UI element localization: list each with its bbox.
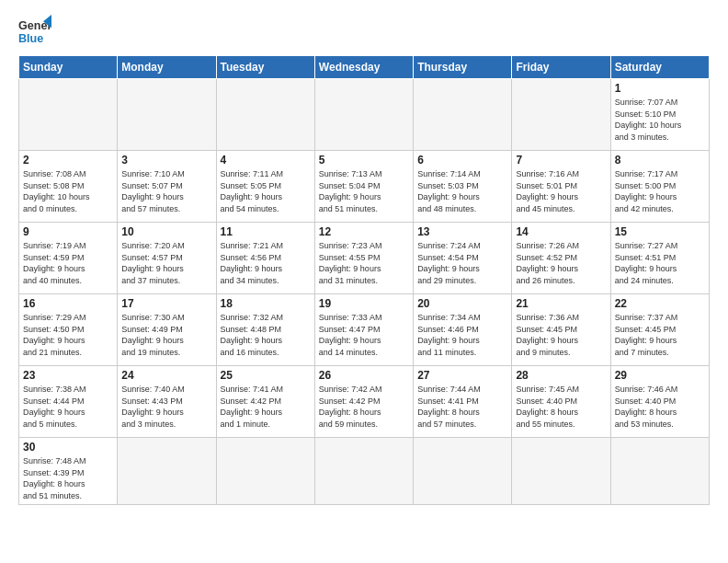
- calendar-week-row: 30Sunrise: 7:48 AM Sunset: 4:39 PM Dayli…: [19, 438, 710, 505]
- calendar-cell: 24Sunrise: 7:40 AM Sunset: 4:43 PM Dayli…: [118, 366, 216, 438]
- day-info: Sunrise: 7:45 AM Sunset: 4:40 PM Dayligh…: [516, 384, 606, 430]
- calendar-cell: 5Sunrise: 7:13 AM Sunset: 5:04 PM Daylig…: [314, 151, 413, 223]
- day-number: 19: [319, 297, 409, 310]
- day-info: Sunrise: 7:42 AM Sunset: 4:42 PM Dayligh…: [319, 384, 409, 430]
- day-number: 26: [319, 369, 409, 382]
- day-number: 9: [23, 225, 113, 238]
- calendar-week-row: 2Sunrise: 7:08 AM Sunset: 5:08 PM Daylig…: [19, 151, 710, 223]
- day-info: Sunrise: 7:23 AM Sunset: 4:55 PM Dayligh…: [319, 240, 409, 286]
- calendar-cell: 26Sunrise: 7:42 AM Sunset: 4:42 PM Dayli…: [314, 366, 413, 438]
- day-info: Sunrise: 7:10 AM Sunset: 5:07 PM Dayligh…: [121, 168, 211, 214]
- weekday-header-monday: Monday: [118, 56, 216, 79]
- calendar-cell: 7Sunrise: 7:16 AM Sunset: 5:01 PM Daylig…: [512, 151, 610, 223]
- day-number: 29: [615, 369, 705, 382]
- calendar-cell: [512, 79, 610, 151]
- day-number: 12: [319, 225, 409, 238]
- day-info: Sunrise: 7:30 AM Sunset: 4:49 PM Dayligh…: [121, 312, 211, 358]
- calendar-cell: [118, 438, 216, 505]
- calendar-cell: 1Sunrise: 7:07 AM Sunset: 5:10 PM Daylig…: [610, 79, 709, 151]
- day-number: 6: [417, 154, 507, 167]
- calendar-cell: [610, 438, 709, 505]
- calendar-week-row: 23Sunrise: 7:38 AM Sunset: 4:44 PM Dayli…: [19, 366, 710, 438]
- calendar-cell: 22Sunrise: 7:37 AM Sunset: 4:45 PM Dayli…: [610, 294, 709, 366]
- day-number: 20: [417, 297, 507, 310]
- calendar-cell: 12Sunrise: 7:23 AM Sunset: 4:55 PM Dayli…: [314, 223, 413, 294]
- day-info: Sunrise: 7:19 AM Sunset: 4:59 PM Dayligh…: [23, 240, 113, 286]
- day-number: 15: [615, 225, 705, 238]
- day-info: Sunrise: 7:26 AM Sunset: 4:52 PM Dayligh…: [516, 240, 606, 286]
- day-info: Sunrise: 7:44 AM Sunset: 4:41 PM Dayligh…: [417, 384, 507, 430]
- calendar-cell: 10Sunrise: 7:20 AM Sunset: 4:57 PM Dayli…: [118, 223, 216, 294]
- calendar-header-row: SundayMondayTuesdayWednesdayThursdayFrid…: [19, 56, 710, 79]
- calendar-cell: 20Sunrise: 7:34 AM Sunset: 4:46 PM Dayli…: [414, 294, 512, 366]
- day-info: Sunrise: 7:08 AM Sunset: 5:08 PM Dayligh…: [23, 168, 113, 214]
- day-number: 30: [23, 441, 113, 454]
- day-number: 2: [23, 154, 113, 167]
- calendar-cell: 9Sunrise: 7:19 AM Sunset: 4:59 PM Daylig…: [19, 223, 118, 294]
- calendar-cell: 11Sunrise: 7:21 AM Sunset: 4:56 PM Dayli…: [216, 223, 314, 294]
- day-number: 11: [221, 225, 311, 238]
- calendar-cell: 23Sunrise: 7:38 AM Sunset: 4:44 PM Dayli…: [19, 366, 118, 438]
- calendar-cell: 17Sunrise: 7:30 AM Sunset: 4:49 PM Dayli…: [118, 294, 216, 366]
- day-info: Sunrise: 7:36 AM Sunset: 4:45 PM Dayligh…: [516, 312, 606, 358]
- calendar-table: SundayMondayTuesdayWednesdayThursdayFrid…: [18, 55, 710, 505]
- calendar-cell: 16Sunrise: 7:29 AM Sunset: 4:50 PM Dayli…: [19, 294, 118, 366]
- day-info: Sunrise: 7:07 AM Sunset: 5:10 PM Dayligh…: [615, 97, 705, 143]
- calendar-cell: [314, 438, 413, 505]
- day-info: Sunrise: 7:13 AM Sunset: 5:04 PM Dayligh…: [319, 168, 409, 214]
- day-number: 4: [221, 154, 311, 167]
- weekday-header-friday: Friday: [512, 56, 610, 79]
- day-info: Sunrise: 7:24 AM Sunset: 4:54 PM Dayligh…: [417, 240, 507, 286]
- calendar-cell: 6Sunrise: 7:14 AM Sunset: 5:03 PM Daylig…: [414, 151, 512, 223]
- weekday-header-thursday: Thursday: [414, 56, 512, 79]
- day-info: Sunrise: 7:38 AM Sunset: 4:44 PM Dayligh…: [23, 384, 113, 430]
- calendar-cell: [216, 438, 314, 505]
- day-number: 25: [221, 369, 311, 382]
- header: General Blue: [18, 15, 710, 48]
- day-number: 13: [417, 225, 507, 238]
- calendar-cell: 4Sunrise: 7:11 AM Sunset: 5:05 PM Daylig…: [216, 151, 314, 223]
- day-number: 28: [516, 369, 606, 382]
- day-number: 7: [516, 154, 606, 167]
- day-info: Sunrise: 7:48 AM Sunset: 4:39 PM Dayligh…: [23, 455, 113, 501]
- day-info: Sunrise: 7:40 AM Sunset: 4:43 PM Dayligh…: [121, 384, 211, 430]
- day-number: 14: [516, 225, 606, 238]
- day-info: Sunrise: 7:46 AM Sunset: 4:40 PM Dayligh…: [615, 384, 705, 430]
- day-number: 18: [221, 297, 311, 310]
- day-number: 5: [319, 154, 409, 167]
- day-number: 22: [615, 297, 705, 310]
- day-info: Sunrise: 7:16 AM Sunset: 5:01 PM Dayligh…: [516, 168, 606, 214]
- day-number: 16: [23, 297, 113, 310]
- calendar-cell: 27Sunrise: 7:44 AM Sunset: 4:41 PM Dayli…: [414, 366, 512, 438]
- day-info: Sunrise: 7:37 AM Sunset: 4:45 PM Dayligh…: [615, 312, 705, 358]
- calendar-cell: 25Sunrise: 7:41 AM Sunset: 4:42 PM Dayli…: [216, 366, 314, 438]
- calendar-cell: 13Sunrise: 7:24 AM Sunset: 4:54 PM Dayli…: [414, 223, 512, 294]
- day-info: Sunrise: 7:29 AM Sunset: 4:50 PM Dayligh…: [23, 312, 113, 358]
- weekday-header-saturday: Saturday: [610, 56, 709, 79]
- calendar-cell: 29Sunrise: 7:46 AM Sunset: 4:40 PM Dayli…: [610, 366, 709, 438]
- logo: General Blue: [18, 15, 51, 48]
- calendar-cell: [19, 79, 118, 151]
- calendar-week-row: 9Sunrise: 7:19 AM Sunset: 4:59 PM Daylig…: [19, 223, 710, 294]
- day-info: Sunrise: 7:20 AM Sunset: 4:57 PM Dayligh…: [121, 240, 211, 286]
- calendar-cell: [118, 79, 216, 151]
- calendar-cell: 18Sunrise: 7:32 AM Sunset: 4:48 PM Dayli…: [216, 294, 314, 366]
- calendar-cell: 28Sunrise: 7:45 AM Sunset: 4:40 PM Dayli…: [512, 366, 610, 438]
- calendar-cell: 30Sunrise: 7:48 AM Sunset: 4:39 PM Dayli…: [19, 438, 118, 505]
- day-number: 17: [121, 297, 211, 310]
- day-info: Sunrise: 7:32 AM Sunset: 4:48 PM Dayligh…: [221, 312, 311, 358]
- day-number: 3: [121, 154, 211, 167]
- calendar-cell: [216, 79, 314, 151]
- calendar-cell: 2Sunrise: 7:08 AM Sunset: 5:08 PM Daylig…: [19, 151, 118, 223]
- logo-icon: General Blue: [18, 15, 51, 48]
- day-number: 23: [23, 369, 113, 382]
- calendar-week-row: 16Sunrise: 7:29 AM Sunset: 4:50 PM Dayli…: [19, 294, 710, 366]
- day-number: 10: [121, 225, 211, 238]
- calendar-cell: [314, 79, 413, 151]
- day-number: 21: [516, 297, 606, 310]
- calendar-week-row: 1Sunrise: 7:07 AM Sunset: 5:10 PM Daylig…: [19, 79, 710, 151]
- day-info: Sunrise: 7:11 AM Sunset: 5:05 PM Dayligh…: [221, 168, 311, 214]
- calendar-cell: 8Sunrise: 7:17 AM Sunset: 5:00 PM Daylig…: [610, 151, 709, 223]
- weekday-header-tuesday: Tuesday: [216, 56, 314, 79]
- day-info: Sunrise: 7:14 AM Sunset: 5:03 PM Dayligh…: [417, 168, 507, 214]
